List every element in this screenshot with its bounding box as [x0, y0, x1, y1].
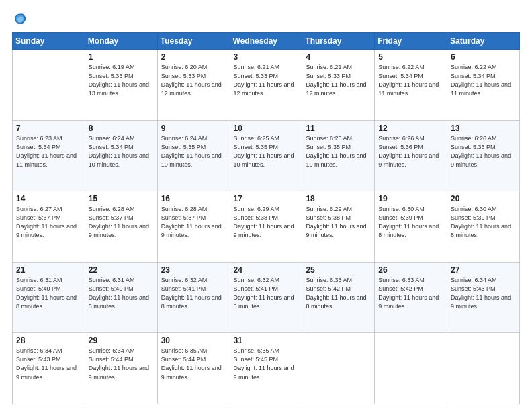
calendar-cell: 10Sunrise: 6:25 AMSunset: 5:35 PMDayligh…: [230, 120, 302, 191]
day-info: Sunrise: 6:31 AMSunset: 5:40 PMDaylight:…: [16, 276, 81, 311]
page: SundayMondayTuesdayWednesdayThursdayFrid…: [0, 0, 532, 411]
column-header-monday: Monday: [85, 33, 157, 50]
day-number: 6: [451, 52, 516, 62]
day-info: Sunrise: 6:34 AMSunset: 5:44 PMDaylight:…: [89, 347, 154, 381]
day-number: 26: [378, 265, 443, 275]
column-header-tuesday: Tuesday: [157, 33, 230, 50]
day-number: 20: [451, 194, 516, 203]
day-info: Sunrise: 6:25 AMSunset: 5:35 PMDaylight:…: [234, 134, 299, 169]
day-number: 23: [161, 265, 226, 275]
day-info: Sunrise: 6:22 AMSunset: 5:34 PMDaylight:…: [378, 63, 443, 98]
day-info: Sunrise: 6:26 AMSunset: 5:36 PMDaylight:…: [378, 134, 443, 169]
calendar-cell: 26Sunrise: 6:33 AMSunset: 5:42 PMDayligh…: [375, 262, 447, 333]
calendar-cell: 19Sunrise: 6:30 AMSunset: 5:39 PMDayligh…: [375, 191, 447, 263]
calendar-week-5: 28Sunrise: 6:34 AMSunset: 5:43 PMDayligh…: [13, 333, 520, 404]
calendar-cell: 3Sunrise: 6:21 AMSunset: 5:33 PMDaylight…: [230, 50, 302, 121]
day-number: 13: [451, 124, 516, 133]
day-info: Sunrise: 6:30 AMSunset: 5:39 PMDaylight:…: [378, 205, 443, 240]
calendar-week-2: 7Sunrise: 6:23 AMSunset: 5:34 PMDaylight…: [13, 120, 520, 191]
calendar-cell: 16Sunrise: 6:28 AMSunset: 5:37 PMDayligh…: [157, 191, 230, 263]
calendar-cell: 23Sunrise: 6:32 AMSunset: 5:41 PMDayligh…: [157, 262, 230, 333]
calendar-cell: 4Sunrise: 6:21 AMSunset: 5:33 PMDaylight…: [302, 50, 375, 121]
calendar-cell: 14Sunrise: 6:27 AMSunset: 5:37 PMDayligh…: [13, 191, 85, 263]
day-number: 5: [378, 52, 443, 62]
day-number: 30: [161, 336, 226, 345]
calendar-cell: 22Sunrise: 6:31 AMSunset: 5:40 PMDayligh…: [85, 262, 157, 333]
day-info: Sunrise: 6:27 AMSunset: 5:37 PMDaylight:…: [16, 205, 81, 240]
day-info: Sunrise: 6:19 AMSunset: 5:33 PMDaylight:…: [89, 63, 154, 98]
calendar-cell: 27Sunrise: 6:34 AMSunset: 5:43 PMDayligh…: [447, 262, 520, 333]
calendar-cell: 15Sunrise: 6:28 AMSunset: 5:37 PMDayligh…: [85, 191, 157, 263]
calendar-cell: 18Sunrise: 6:29 AMSunset: 5:38 PMDayligh…: [302, 191, 375, 263]
calendar-cell: [375, 333, 447, 404]
calendar-cell: 1Sunrise: 6:19 AMSunset: 5:33 PMDaylight…: [85, 50, 157, 121]
day-number: 10: [234, 124, 299, 133]
day-number: 29: [89, 336, 154, 345]
calendar-cell: 21Sunrise: 6:31 AMSunset: 5:40 PMDayligh…: [13, 262, 85, 333]
calendar-cell: 9Sunrise: 6:24 AMSunset: 5:35 PMDaylight…: [157, 120, 230, 191]
day-number: 22: [89, 265, 154, 275]
day-number: 7: [16, 124, 81, 133]
day-number: 14: [16, 194, 81, 203]
day-info: Sunrise: 6:21 AMSunset: 5:33 PMDaylight:…: [234, 63, 299, 98]
day-number: 15: [89, 194, 154, 203]
day-info: Sunrise: 6:28 AMSunset: 5:37 PMDaylight:…: [161, 205, 226, 240]
day-number: 28: [16, 336, 81, 345]
day-info: Sunrise: 6:26 AMSunset: 5:36 PMDaylight:…: [451, 134, 516, 169]
calendar-week-1: 1Sunrise: 6:19 AMSunset: 5:33 PMDaylight…: [13, 50, 520, 121]
calendar-cell: 29Sunrise: 6:34 AMSunset: 5:44 PMDayligh…: [85, 333, 157, 404]
day-info: Sunrise: 6:20 AMSunset: 5:33 PMDaylight:…: [161, 63, 226, 98]
logo-icon: [12, 12, 27, 27]
day-number: 31: [234, 336, 299, 345]
day-number: 27: [451, 265, 516, 275]
calendar-cell: 11Sunrise: 6:25 AMSunset: 5:35 PMDayligh…: [302, 120, 375, 191]
day-info: Sunrise: 6:24 AMSunset: 5:34 PMDaylight:…: [89, 134, 154, 169]
calendar-cell: 30Sunrise: 6:35 AMSunset: 5:44 PMDayligh…: [157, 333, 230, 404]
day-info: Sunrise: 6:22 AMSunset: 5:34 PMDaylight:…: [451, 63, 516, 98]
calendar-table: SundayMondayTuesdayWednesdayThursdayFrid…: [12, 32, 520, 404]
day-number: 18: [306, 194, 371, 203]
day-number: 1: [89, 52, 154, 62]
day-info: Sunrise: 6:29 AMSunset: 5:38 PMDaylight:…: [234, 205, 299, 240]
day-info: Sunrise: 6:25 AMSunset: 5:35 PMDaylight:…: [306, 134, 371, 169]
calendar-cell: [447, 333, 520, 404]
calendar-cell: 5Sunrise: 6:22 AMSunset: 5:34 PMDaylight…: [375, 50, 447, 121]
calendar-cell: 28Sunrise: 6:34 AMSunset: 5:43 PMDayligh…: [13, 333, 85, 404]
day-info: Sunrise: 6:23 AMSunset: 5:34 PMDaylight:…: [16, 134, 81, 169]
calendar-cell: 24Sunrise: 6:32 AMSunset: 5:41 PMDayligh…: [230, 262, 302, 333]
logo: [12, 12, 29, 27]
day-info: Sunrise: 6:32 AMSunset: 5:41 PMDaylight:…: [234, 276, 299, 311]
calendar-cell: 12Sunrise: 6:26 AMSunset: 5:36 PMDayligh…: [375, 120, 447, 191]
day-info: Sunrise: 6:29 AMSunset: 5:38 PMDaylight:…: [306, 205, 371, 240]
day-info: Sunrise: 6:21 AMSunset: 5:33 PMDaylight:…: [306, 63, 371, 98]
day-info: Sunrise: 6:34 AMSunset: 5:43 PMDaylight:…: [451, 276, 516, 311]
calendar-cell: 17Sunrise: 6:29 AMSunset: 5:38 PMDayligh…: [230, 191, 302, 263]
calendar-cell: 7Sunrise: 6:23 AMSunset: 5:34 PMDaylight…: [13, 120, 85, 191]
day-info: Sunrise: 6:24 AMSunset: 5:35 PMDaylight:…: [161, 134, 226, 169]
calendar-cell: 6Sunrise: 6:22 AMSunset: 5:34 PMDaylight…: [447, 50, 520, 121]
day-number: 12: [378, 124, 443, 133]
calendar-header-row: SundayMondayTuesdayWednesdayThursdayFrid…: [13, 33, 520, 50]
column-header-saturday: Saturday: [447, 33, 520, 50]
header: [12, 12, 520, 27]
day-info: Sunrise: 6:35 AMSunset: 5:44 PMDaylight:…: [161, 347, 226, 381]
calendar-cell: 31Sunrise: 6:35 AMSunset: 5:45 PMDayligh…: [230, 333, 302, 404]
day-info: Sunrise: 6:32 AMSunset: 5:41 PMDaylight:…: [161, 276, 226, 311]
day-info: Sunrise: 6:28 AMSunset: 5:37 PMDaylight:…: [89, 205, 154, 240]
day-info: Sunrise: 6:33 AMSunset: 5:42 PMDaylight:…: [378, 276, 443, 311]
day-info: Sunrise: 6:31 AMSunset: 5:40 PMDaylight:…: [89, 276, 154, 311]
day-number: 4: [306, 52, 371, 62]
calendar-week-3: 14Sunrise: 6:27 AMSunset: 5:37 PMDayligh…: [13, 191, 520, 263]
day-number: 3: [234, 52, 299, 62]
calendar-week-4: 21Sunrise: 6:31 AMSunset: 5:40 PMDayligh…: [13, 262, 520, 333]
day-number: 9: [161, 124, 226, 133]
calendar-cell: 2Sunrise: 6:20 AMSunset: 5:33 PMDaylight…: [157, 50, 230, 121]
day-number: 2: [161, 52, 226, 62]
day-info: Sunrise: 6:35 AMSunset: 5:45 PMDaylight:…: [234, 347, 299, 381]
calendar-cell: 25Sunrise: 6:33 AMSunset: 5:42 PMDayligh…: [302, 262, 375, 333]
day-info: Sunrise: 6:33 AMSunset: 5:42 PMDaylight:…: [306, 276, 371, 311]
column-header-thursday: Thursday: [302, 33, 375, 50]
day-info: Sunrise: 6:30 AMSunset: 5:39 PMDaylight:…: [451, 205, 516, 240]
calendar-cell: 8Sunrise: 6:24 AMSunset: 5:34 PMDaylight…: [85, 120, 157, 191]
column-header-wednesday: Wednesday: [230, 33, 302, 50]
